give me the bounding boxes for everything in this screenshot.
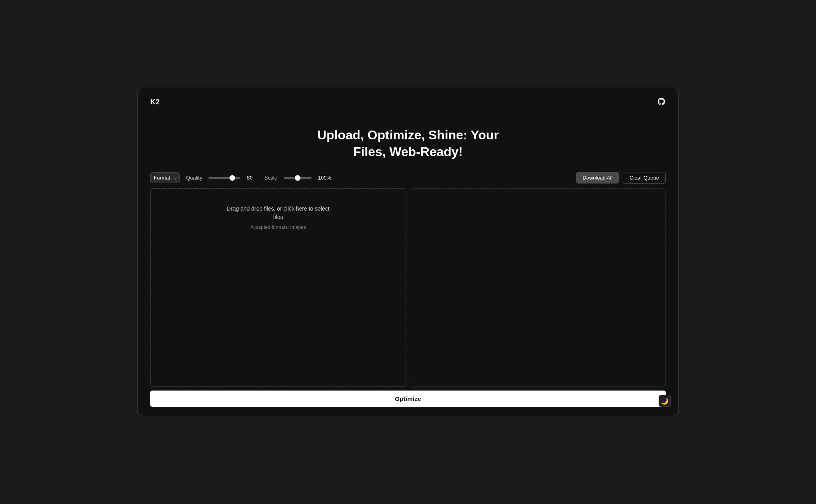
- main-area: Drag and drop files, or click here to se…: [137, 188, 679, 415]
- scale-slider[interactable]: [284, 177, 312, 179]
- quality-slider[interactable]: [208, 177, 240, 179]
- format-select[interactable]: Format WebP JPEG PNG AVIF: [150, 172, 180, 183]
- logo: K2: [150, 98, 160, 106]
- upload-panel[interactable]: Drag and drop files, or click here to se…: [150, 188, 406, 387]
- quality-value: 80: [247, 175, 258, 181]
- hero-title: Upload, Optimize, Shine: Your Files, Web…: [145, 127, 671, 160]
- format-wrapper: Format WebP JPEG PNG AVIF: [150, 172, 180, 183]
- header: K2: [137, 89, 679, 111]
- upload-text: Drag and drop files, or click here to se…: [227, 205, 330, 221]
- clear-queue-button[interactable]: Clear Queue: [623, 172, 666, 184]
- scale-value: 100%: [318, 175, 331, 181]
- toolbar-left: Format WebP JPEG PNG AVIF Quality 80 Sca…: [150, 172, 568, 183]
- scale-label: Scale: [264, 175, 277, 181]
- quality-label: Quality: [186, 175, 202, 181]
- toolbar-right: Download All Clear Queue: [576, 172, 666, 184]
- upload-formats: Accepted formats: Images: [250, 225, 306, 230]
- panels: Drag and drop files, or click here to se…: [150, 188, 666, 387]
- dark-mode-toggle[interactable]: 🌙: [659, 395, 671, 407]
- download-all-button[interactable]: Download All: [576, 172, 619, 184]
- app-window: K2 Upload, Optimize, Shine: Your Files, …: [137, 89, 679, 415]
- optimize-bar: Optimize: [150, 391, 666, 415]
- github-icon[interactable]: [657, 97, 666, 107]
- moon-icon: 🌙: [661, 397, 669, 405]
- hero-section: Upload, Optimize, Shine: Your Files, Web…: [137, 111, 679, 172]
- optimize-button[interactable]: Optimize: [150, 391, 666, 407]
- output-panel: [410, 188, 666, 387]
- toolbar: Format WebP JPEG PNG AVIF Quality 80 Sca…: [137, 172, 679, 184]
